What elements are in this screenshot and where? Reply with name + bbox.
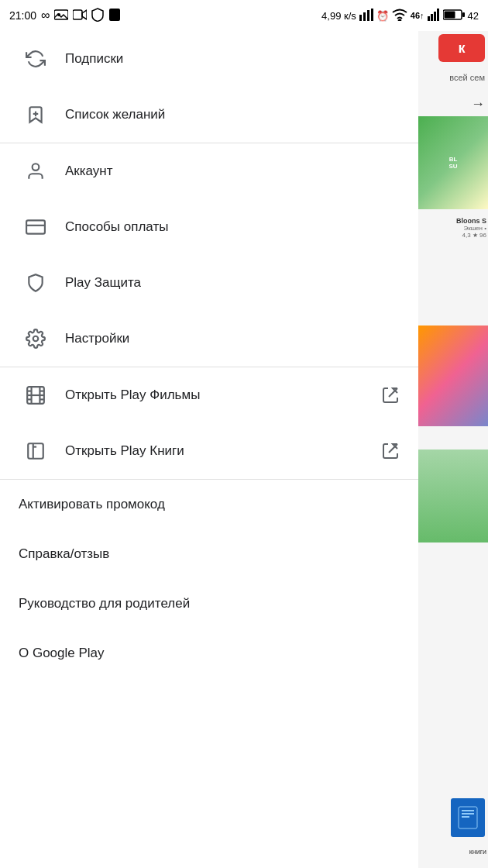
menu-item-payment[interactable]: Способы оплаты <box>0 199 418 255</box>
menu-item-account[interactable]: Аккаунт <box>0 143 418 199</box>
menu-item-play-protect[interactable]: Play Защита <box>0 255 418 311</box>
game-category: Экшен • <box>456 225 486 232</box>
settings-label: Настройки <box>65 331 400 346</box>
status-right: 4,99 к/s ⏰ 46↑ 42 <box>321 9 479 23</box>
arrow-right: → <box>471 96 485 112</box>
menu-item-play-movies[interactable]: Открыть Play Фильмы <box>0 367 418 423</box>
menu-item-wishlist[interactable]: Список желаний <box>0 87 418 143</box>
shield-status-icon <box>91 8 104 24</box>
status-bar: 21:00 ∞ 4,99 к/s ⏰ 46↑ 42 <box>0 0 488 31</box>
svg-rect-2 <box>73 10 82 19</box>
svg-rect-5 <box>367 10 369 21</box>
play-protect-label: Play Защита <box>65 275 400 291</box>
svg-rect-14 <box>444 11 455 18</box>
svg-rect-11 <box>437 9 439 21</box>
credit-card-icon <box>19 210 53 244</box>
time: 21:00 <box>9 9 36 22</box>
avatar-text: к <box>458 40 465 57</box>
menu-section-apps: Открыть Play Фильмы <box>0 367 418 480</box>
family-text: всей сем <box>418 73 488 82</box>
about-label: О Google Play <box>19 646 400 661</box>
status-left: 21:00 ∞ <box>9 8 121 24</box>
battery-percent: 42 <box>468 10 479 22</box>
svg-rect-13 <box>462 12 465 17</box>
battery-icon <box>443 9 465 23</box>
game-rating: 4,3 ★ 96 <box>456 232 486 239</box>
svg-rect-34 <box>462 816 469 818</box>
svg-rect-33 <box>462 813 474 815</box>
svg-rect-4 <box>363 12 366 21</box>
video-icon <box>73 9 87 23</box>
signal-bars-icon <box>428 9 440 23</box>
avatar-button: к <box>438 34 485 62</box>
game-image-3 <box>418 450 488 542</box>
help-label: Справка/отзыв <box>19 546 400 562</box>
menu-section-account: Аккаунт Способы оплаты Play Защита <box>0 143 418 367</box>
menu-item-subscriptions[interactable]: Подписки <box>0 31 418 87</box>
external-icon-movies <box>381 386 400 405</box>
account-label: Аккаунт <box>65 164 400 179</box>
person-icon <box>19 154 53 188</box>
film-icon <box>19 378 53 412</box>
signal-icon <box>359 9 373 23</box>
phone-icon <box>108 8 121 24</box>
game-image-1: BLSU <box>418 116 488 209</box>
wishlist-label: Список желаний <box>65 107 400 122</box>
svg-point-20 <box>33 336 39 342</box>
svg-point-7 <box>398 19 400 21</box>
game-info: Bloons S Экшен • 4,3 ★ 96 <box>456 217 486 239</box>
book-shelf-icon <box>451 798 485 837</box>
svg-rect-10 <box>434 12 436 21</box>
svg-rect-32 <box>462 810 474 811</box>
book-icon <box>19 434 53 468</box>
menu-section-misc: Активировать промокод Справка/отзыв Руко… <box>0 480 418 678</box>
menu-item-parental[interactable]: Руководство для родителей <box>0 579 418 629</box>
svg-point-17 <box>33 164 40 170</box>
gallery-icon <box>54 9 68 23</box>
shield-icon <box>19 266 53 300</box>
menu-item-help[interactable]: Справка/отзыв <box>0 529 418 579</box>
menu-item-settings[interactable]: Настройки <box>0 311 418 367</box>
external-icon-books <box>381 442 400 460</box>
menu-item-play-books[interactable]: Открыть Play Книги <box>0 423 418 479</box>
play-books-label: Открыть Play Книги <box>65 443 381 459</box>
payment-label: Способы оплаты <box>65 219 400 235</box>
menu-item-about[interactable]: О Google Play <box>0 629 418 678</box>
svg-rect-8 <box>428 16 430 21</box>
play-movies-label: Открыть Play Фильмы <box>65 388 381 403</box>
infinity-icon: ∞ <box>41 9 50 22</box>
refresh-icon <box>19 42 53 76</box>
svg-rect-9 <box>431 14 433 21</box>
alarm-icon: ⏰ <box>376 10 389 22</box>
parental-label: Руководство для родителей <box>19 596 400 611</box>
speed: 4,99 к/s <box>321 10 356 22</box>
svg-rect-18 <box>26 220 45 233</box>
bookmark-add-icon <box>19 98 53 132</box>
lte-icon: 46↑ <box>411 11 424 20</box>
game-name: Bloons S <box>456 217 486 225</box>
right-panel: к всей сем → BLSU Bloons S Экшен • 4,3 ★… <box>418 31 488 868</box>
settings-icon <box>19 322 53 356</box>
wifi-icon <box>392 9 407 23</box>
svg-rect-6 <box>371 9 373 21</box>
menu-section-top: Подписки Список желаний <box>0 31 418 143</box>
books-text: книги <box>469 848 486 856</box>
promo-label: Активировать промокод <box>19 497 400 512</box>
game-image-2 <box>418 326 488 426</box>
svg-rect-3 <box>359 15 362 21</box>
menu-item-promo[interactable]: Активировать промокод <box>0 480 418 529</box>
subscriptions-label: Подписки <box>65 51 400 67</box>
drawer-panel: Подписки Список желаний <box>0 31 418 868</box>
